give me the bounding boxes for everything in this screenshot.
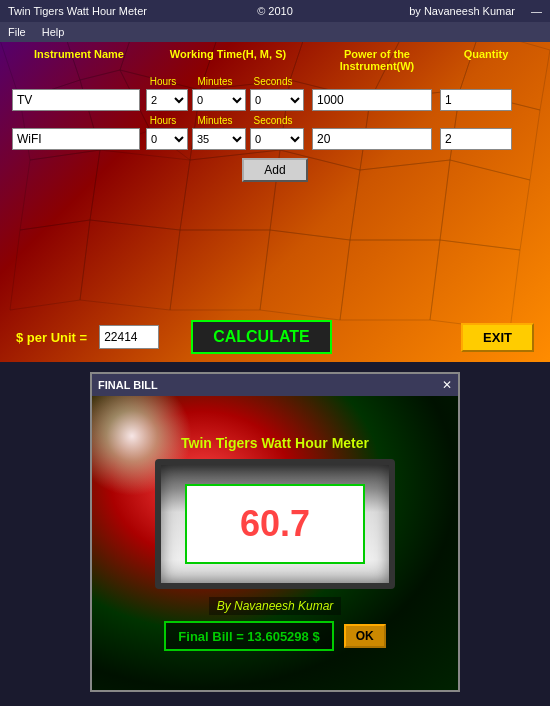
- column-headers: Instrument Name Working Time(H, M, S) Po…: [12, 48, 538, 72]
- seconds-select-1[interactable]: 0153045: [250, 89, 304, 111]
- header-instrument-name: Instrument Name: [14, 48, 144, 72]
- exit-button[interactable]: EXIT: [461, 323, 534, 352]
- header-power: Power of the Instrument(W): [312, 48, 442, 72]
- minutes-select-2[interactable]: 350153045: [192, 128, 246, 150]
- svg-marker-20: [10, 220, 90, 310]
- fb-screen: 60.7: [155, 459, 395, 589]
- fb-author: By Navaneesh Kumar: [209, 597, 342, 615]
- final-bill-window: FINAL BILL ✕ Twin Tigers Watt Hour Meter…: [90, 372, 460, 692]
- final-bill-title-bar: FINAL BILL ✕: [92, 374, 458, 396]
- table-row: 2013 0153045 0153045: [12, 89, 538, 111]
- final-bill-body: Twin Tigers Watt Hour Meter 60.7 By Nava…: [92, 396, 458, 690]
- instrument-name-input-2[interactable]: [12, 128, 140, 150]
- svg-marker-22: [170, 230, 270, 310]
- final-bill-title: FINAL BILL: [98, 379, 158, 391]
- quantity-input-1[interactable]: [440, 89, 512, 111]
- menu-file[interactable]: File: [4, 25, 30, 39]
- fb-final-bill-text: Final Bill = 13.605298 $: [178, 629, 319, 644]
- sub-header-seconds-1: Seconds: [246, 76, 300, 87]
- bottom-bar: $ per Unit = CALCULATE EXIT: [0, 312, 550, 362]
- add-button[interactable]: Add: [242, 158, 307, 182]
- sub-header-seconds-2: Seconds: [246, 115, 300, 126]
- copyright: © 2010: [257, 5, 293, 17]
- fb-display-value: 60.7: [240, 503, 310, 545]
- svg-marker-24: [340, 240, 440, 320]
- svg-marker-23: [260, 230, 350, 320]
- menu-help[interactable]: Help: [38, 25, 69, 39]
- header-working-time: Working Time(H, M, S): [148, 48, 308, 72]
- header-quantity: Quantity: [446, 48, 526, 72]
- seconds-select-2[interactable]: 0153045: [250, 128, 304, 150]
- fb-final-bill-box: Final Bill = 13.605298 $: [164, 621, 333, 651]
- fb-screen-inner: 60.7: [185, 484, 365, 564]
- content-area: Instrument Name Working Time(H, M, S) Po…: [0, 42, 550, 192]
- fb-final-row: Final Bill = 13.605298 $ OK: [164, 621, 385, 651]
- sub-header-hours-2: Hours: [142, 115, 184, 126]
- fb-ok-button[interactable]: OK: [344, 624, 386, 648]
- main-title: Twin Tigers Watt Hour Meter: [8, 5, 147, 17]
- main-window: Twin Tigers Watt Hour Meter © 2010 by Na…: [0, 0, 550, 362]
- power-input-2[interactable]: [312, 128, 432, 150]
- quantity-input-2[interactable]: [440, 128, 512, 150]
- final-bill-close-btn[interactable]: ✕: [442, 378, 452, 392]
- instrument-name-input-1[interactable]: [12, 89, 140, 111]
- table-row: 012 350153045 0153045: [12, 128, 538, 150]
- menu-bar: File Help: [0, 22, 550, 42]
- sub-header-hours-1: Hours: [142, 76, 184, 87]
- power-input-1[interactable]: [312, 89, 432, 111]
- per-unit-label: $ per Unit =: [16, 330, 87, 345]
- hours-select-2[interactable]: 012: [146, 128, 188, 150]
- svg-marker-21: [80, 220, 180, 310]
- per-unit-input[interactable]: [99, 325, 159, 349]
- title-bar: Twin Tigers Watt Hour Meter © 2010 by Na…: [0, 0, 550, 22]
- fb-app-title: Twin Tigers Watt Hour Meter: [181, 435, 369, 451]
- sub-header-minutes-2: Minutes: [188, 115, 242, 126]
- sub-header-minutes-1: Minutes: [188, 76, 242, 87]
- hours-select-1[interactable]: 2013: [146, 89, 188, 111]
- author-label: by Navaneesh Kumar: [409, 5, 515, 17]
- minutes-select-1[interactable]: 0153045: [192, 89, 246, 111]
- minimize-btn[interactable]: —: [531, 5, 542, 17]
- calculate-button[interactable]: CALCULATE: [191, 320, 332, 354]
